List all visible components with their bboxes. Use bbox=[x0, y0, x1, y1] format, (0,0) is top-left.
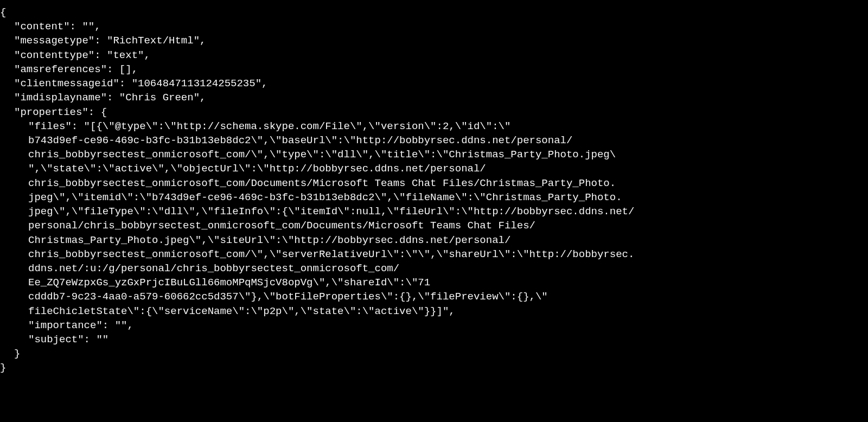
json-properties-open: "properties": { bbox=[0, 105, 868, 119]
json-importance-field: "importance": "", bbox=[0, 318, 868, 333]
json-files-line: fileChicletState\":{\"serviceName\":\"p2… bbox=[0, 304, 868, 318]
json-open-brace: { bbox=[0, 5, 868, 20]
json-contenttype-field: "contenttype": "text", bbox=[0, 48, 868, 62]
json-files-line: chris_bobbyrsectest_onmicrosoft_com/Docu… bbox=[0, 176, 868, 190]
json-code-block: {"content": "","messagetype": "RichText/… bbox=[0, 5, 868, 375]
json-files-line: personal/chris_bobbyrsectest_onmicrosoft… bbox=[0, 219, 868, 233]
json-files-line: "files": "[{\"@type\":\"http://schema.sk… bbox=[0, 119, 868, 133]
json-messagetype-field: "messagetype": "RichText/Html", bbox=[0, 34, 868, 48]
json-files-line: ddns.net/:u:/g/personal/chris_bobbyrsect… bbox=[0, 261, 868, 276]
json-files-line: chris_bobbyrsectest_onmicrosoft_com/\",\… bbox=[0, 247, 868, 261]
json-clientmessageid-field: "clientmessageid": "1064847113124255235"… bbox=[0, 76, 868, 91]
json-files-line: cdddb7-9c23-4aa0-a579-60662cc5d357\"},\"… bbox=[0, 290, 868, 304]
json-files-line: jpeg\",\"fileType\":\"dll\",\"fileInfo\"… bbox=[0, 204, 868, 219]
json-files-line: Ee_ZQ7eWzpxGs_yzGxPrjcIBuLGll66moMPqMSjc… bbox=[0, 276, 868, 290]
json-files-line: b743d9ef-ce96-469c-b3fc-b31b13eb8dc2\",\… bbox=[0, 133, 868, 148]
json-files-line: jpeg\",\"itemid\":\"b743d9ef-ce96-469c-b… bbox=[0, 190, 868, 204]
json-subject-field: "subject": "" bbox=[0, 333, 868, 347]
json-close-brace: } bbox=[0, 361, 868, 375]
json-properties-close: } bbox=[0, 347, 868, 361]
json-files-line: Christmas_Party_Photo.jpeg\",\"siteUrl\"… bbox=[0, 233, 868, 247]
json-files-line: ",\"state\":\"active\",\"objectUrl\":\"h… bbox=[0, 162, 868, 176]
json-files-line: chris_bobbyrsectest_onmicrosoft_com/\",\… bbox=[0, 148, 868, 162]
json-imdisplayname-field: "imdisplayname": "Chris Green", bbox=[0, 91, 868, 105]
json-content-field: "content": "", bbox=[0, 20, 868, 34]
json-amsreferences-field: "amsreferences": [], bbox=[0, 62, 868, 76]
